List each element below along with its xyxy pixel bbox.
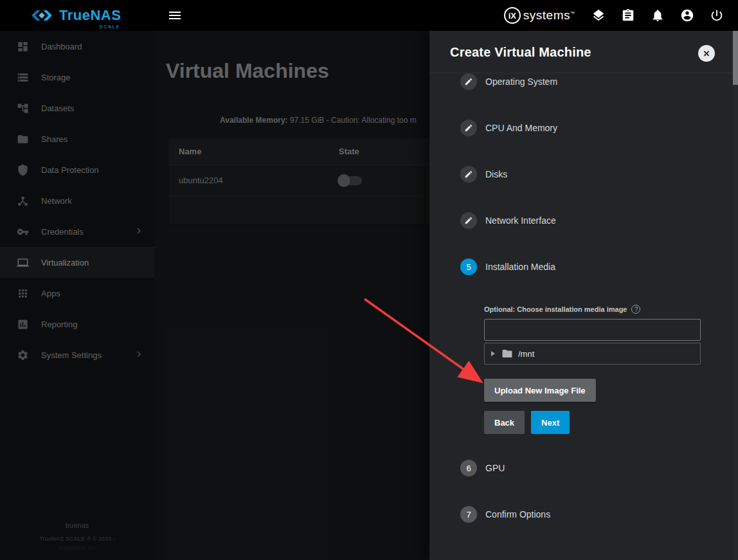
- brand-name: TrueNAS: [59, 7, 121, 23]
- ix-circle-mark: iX: [504, 7, 521, 24]
- step-label: Network Interface: [485, 215, 556, 226]
- step-gpu[interactable]: 6 GPU: [460, 460, 733, 476]
- panel-scrollbar[interactable]: [733, 31, 738, 560]
- step-label: CPU And Memory: [485, 123, 557, 133]
- top-bar: TrueNAS SCALE iX systems ™: [0, 0, 738, 31]
- optional-media-label: Optional: Choose installation media imag…: [484, 305, 627, 313]
- step-cpu-memory[interactable]: CPU And Memory: [460, 120, 733, 136]
- step-label: GPU: [485, 463, 505, 473]
- tree-node-mnt[interactable]: /mnt: [484, 343, 701, 365]
- media-image-input[interactable]: [484, 319, 701, 341]
- tasks-clipboard-icon[interactable]: [621, 8, 635, 23]
- step-label: Operating System: [485, 77, 557, 87]
- step-network-interface[interactable]: Network Interface: [460, 212, 733, 229]
- installation-media-form: Optional: Choose installation media imag…: [484, 305, 701, 434]
- step-label: Confirm Options: [485, 509, 550, 519]
- step-operating-system[interactable]: Operating System: [460, 73, 733, 90]
- panel-header: Create Virtual Machine ✕: [429, 31, 733, 73]
- close-icon[interactable]: ✕: [698, 45, 715, 62]
- account-icon[interactable]: [680, 8, 694, 23]
- menu-toggle-icon[interactable]: [167, 8, 183, 23]
- modal-dim-overlay[interactable]: [0, 31, 429, 560]
- notifications-bell-icon[interactable]: [651, 8, 665, 23]
- upload-new-image-button[interactable]: Upload New Image File: [484, 379, 596, 402]
- brand-edition: SCALE: [99, 24, 120, 29]
- back-button[interactable]: Back: [484, 411, 525, 434]
- next-button[interactable]: Next: [531, 411, 570, 434]
- wizard-steps: Operating System CPU And Memory Disks Ne…: [429, 73, 733, 560]
- truenas-logo[interactable]: TrueNAS SCALE: [0, 0, 154, 31]
- step-installation-media[interactable]: 5 Installation Media: [460, 258, 733, 275]
- tree-node-label: /mnt: [518, 349, 534, 359]
- edit-pencil-icon: [460, 212, 477, 229]
- ix-wordmark: systems: [523, 8, 570, 23]
- create-vm-panel: Create Virtual Machine ✕ Operating Syste…: [429, 31, 733, 560]
- step-label: Installation Media: [485, 262, 555, 272]
- step-number-badge: 7: [460, 506, 477, 523]
- edit-pencil-icon: [460, 120, 477, 136]
- folder-icon: [501, 348, 513, 359]
- step-disks[interactable]: Disks: [460, 166, 733, 183]
- jobs-layers-icon[interactable]: [591, 8, 606, 23]
- power-icon[interactable]: [710, 8, 724, 23]
- step-number-badge: 5: [460, 258, 477, 275]
- ixsystems-logo: iX systems ™: [504, 7, 575, 24]
- step-label: Disks: [485, 169, 507, 179]
- truenas-logo-icon: [30, 7, 54, 24]
- ix-trademark: ™: [570, 11, 575, 15]
- edit-pencil-icon: [460, 73, 477, 90]
- expand-caret-icon[interactable]: [491, 351, 495, 356]
- panel-title: Create Virtual Machine: [450, 45, 591, 60]
- step-confirm-options[interactable]: 7 Confirm Options: [460, 506, 733, 523]
- edit-pencil-icon: [460, 166, 477, 183]
- scrollbar-thumb[interactable]: [733, 31, 738, 85]
- help-icon[interactable]: ?: [631, 305, 640, 314]
- step-number-badge: 6: [460, 460, 477, 476]
